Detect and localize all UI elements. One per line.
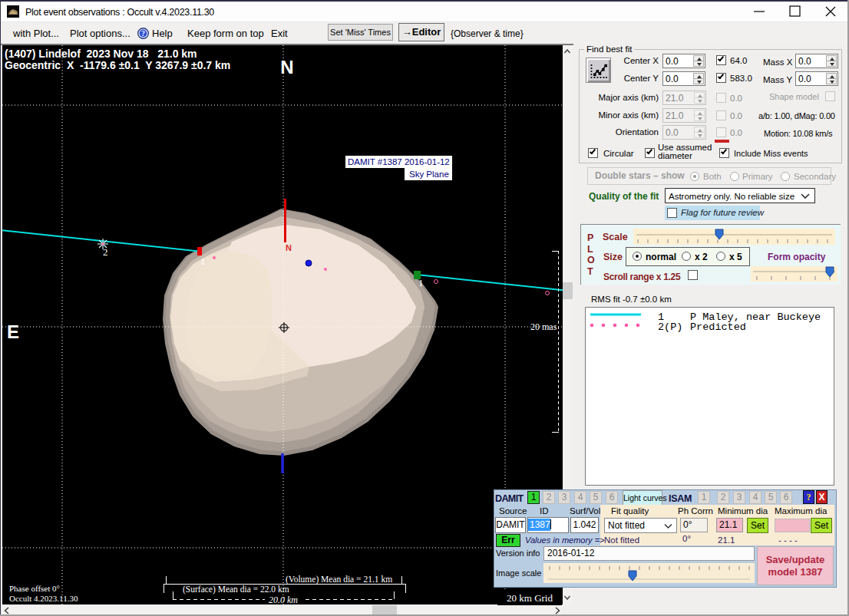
svg-text:20 mas: 20 mas: [530, 321, 557, 332]
svg-text:Geocentric X -1179.6 ±0.1 Y: Geocentric X -1179.6 ±0.1 Y 3267.9 ±0.7 …: [5, 59, 230, 71]
svg-text:1: 1: [418, 277, 424, 288]
svg-text:DAMIT #1387 2016-01-12: DAMIT #1387 2016-01-12: [348, 157, 450, 166]
svg-text:N: N: [280, 57, 293, 77]
svg-text:?: ?: [141, 29, 145, 38]
svg-text:Sky Plane: Sky Plane: [409, 170, 449, 179]
svg-text:N: N: [286, 243, 292, 252]
svg-text:1: 1: [200, 255, 206, 267]
svg-text:2: 2: [103, 246, 108, 258]
svg-text:(Volume) Mean dia = 21.1 km: (Volume) Mean dia = 21.1 km: [286, 575, 392, 585]
svg-text:20.0 km: 20.0 km: [269, 595, 298, 604]
svg-text:Phase offset 0°: Phase offset 0°: [9, 584, 60, 593]
svg-text:(Surface) Mean dia = 22.0 km: (Surface) Mean dia = 22.0 km: [183, 585, 289, 595]
svg-text:Occult 4.2023.11.30: Occult 4.2023.11.30: [9, 594, 78, 603]
svg-text:2(P): 2(P): [658, 321, 682, 333]
svg-text:E: E: [7, 321, 19, 342]
svg-text:Predicted: Predicted: [690, 321, 746, 333]
svg-text:(1407) Lindelof 2023 Nov 18: (1407) Lindelof 2023 Nov 18 21.0 km: [5, 48, 197, 60]
